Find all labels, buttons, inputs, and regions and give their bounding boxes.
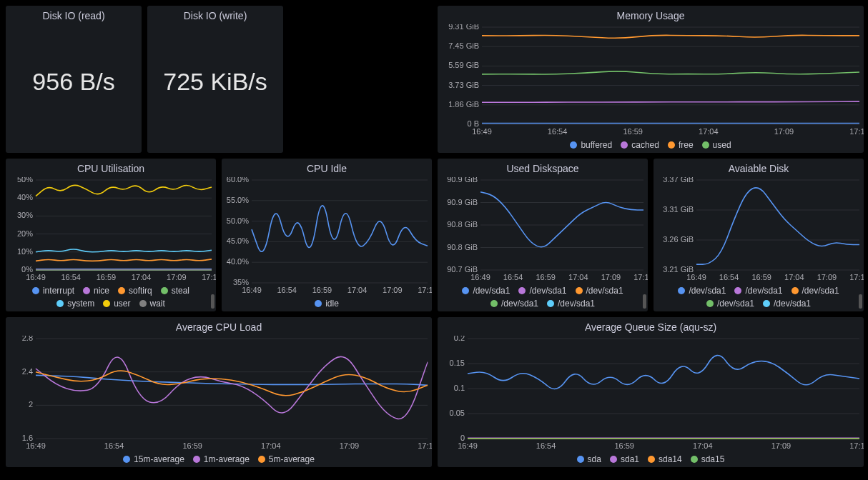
legend-dot-icon	[648, 456, 655, 463]
legend-item[interactable]: 1m-average	[193, 454, 250, 464]
legend-item[interactable]: sda	[577, 454, 601, 464]
y-tick-label: 3.31 GiB	[663, 205, 694, 214]
legend-item[interactable]: buffered	[570, 140, 612, 150]
chart-area[interactable]: 00.050.10.150.216:4916:5416:5917:0417:09…	[438, 336, 864, 451]
legend[interactable]: /dev/sda1/dev/sda1/dev/sda1/dev/sda1/dev…	[438, 283, 648, 311]
x-tick-label: 17:04	[784, 273, 804, 281]
legend-label: /dev/sda1	[529, 286, 566, 296]
legend-dot-icon	[706, 300, 714, 307]
panel-available-disk[interactable]: Avaiable Disk 3.21 GiB3.26 GiB3.31 GiB3.…	[654, 159, 864, 311]
legend-label: steal	[172, 286, 189, 296]
legend-label: /dev/sda1	[802, 286, 839, 296]
legend-dot-icon	[118, 287, 125, 294]
chart-area[interactable]: 3.21 GiB3.26 GiB3.31 GiB3.37 GiB16:4916:…	[654, 177, 864, 283]
series-line[interactable]	[36, 356, 428, 419]
x-tick-label: 17:09	[167, 273, 187, 281]
legend-item[interactable]: 5m-average	[258, 454, 315, 464]
chart-area[interactable]: 0%10%20%30%40%50%16:4916:5416:5917:0417:…	[6, 177, 216, 283]
stat-row: Disk IO (read) 956 B/s Disk IO (write) 7…	[6, 6, 432, 153]
x-tick-label: 16:54	[104, 441, 124, 450]
series-line[interactable]	[36, 249, 212, 252]
series-line[interactable]	[480, 192, 643, 247]
legend-item[interactable]: free	[668, 140, 694, 150]
series-line[interactable]	[36, 185, 212, 196]
legend-item[interactable]: /dev/sda1	[678, 286, 726, 296]
legend-item[interactable]: softirq	[118, 286, 152, 296]
legend-item[interactable]: nice	[83, 286, 109, 296]
x-tick-label: 16:54	[277, 286, 297, 294]
legend-item[interactable]: /dev/sda1	[706, 299, 754, 309]
chart-area[interactable]: 0 B1.86 GiB3.73 GiB5.59 GiB7.45 GiB9.31 …	[438, 24, 864, 137]
legend-item[interactable]: system	[56, 299, 94, 309]
legend-dot-icon	[763, 300, 770, 307]
x-tick-label: 17:14	[418, 286, 432, 294]
legend-item[interactable]: steal	[161, 286, 189, 296]
y-tick-label: 3.73 GiB	[448, 81, 479, 89]
legend-item[interactable]: /dev/sda1	[462, 286, 510, 296]
series-line[interactable]	[468, 356, 859, 389]
legend-item[interactable]: cached	[621, 140, 659, 150]
y-tick-label: 90.9 GiB	[447, 198, 478, 206]
legend-item[interactable]: /dev/sda1	[734, 286, 782, 296]
legend-label: sda1	[621, 454, 639, 464]
legend[interactable]: interruptnicesoftirqstealsystemuserwait	[6, 283, 216, 311]
legend-item[interactable]: /dev/sda1	[576, 286, 623, 296]
legend-item[interactable]: interrupt	[32, 286, 74, 296]
legend-item[interactable]: sda1	[610, 454, 639, 464]
panel-title: CPU Utilisation	[6, 159, 216, 177]
scrollbar-icon[interactable]	[859, 294, 862, 309]
panel-avg-cpu-load[interactable]: Average CPU Load 1.622.42.816:4916:5416:…	[6, 317, 432, 467]
panel-title: Average Queue Size (aqu-sz)	[438, 317, 864, 336]
x-tick-label: 16:59	[614, 441, 634, 450]
legend-item[interactable]: /dev/sda1	[490, 299, 538, 309]
x-tick-label: 16:54	[503, 273, 523, 281]
legend[interactable]: 15m-average1m-average5m-average	[6, 451, 432, 467]
scrollbar-icon[interactable]	[643, 294, 646, 309]
panel-memory-usage[interactable]: Memory Usage 0 B1.86 GiB3.73 GiB5.59 GiB…	[438, 6, 864, 153]
panel-disk-io-write[interactable]: Disk IO (write) 725 KiB/s	[147, 6, 283, 153]
legend-item[interactable]: 15m-average	[123, 454, 184, 464]
legend-label: free	[679, 140, 694, 150]
legend-item[interactable]: idle	[315, 299, 339, 309]
panel-used-diskspace[interactable]: Used Diskspace 90.7 GiB90.8 GiB90.8 GiB9…	[438, 159, 648, 311]
legend[interactable]: /dev/sda1/dev/sda1/dev/sda1/dev/sda1/dev…	[654, 283, 864, 311]
panel-cpu-idle[interactable]: CPU Idle 35%40.0%45.0%50.0%55.0%60.0%16:…	[222, 159, 432, 311]
legend-dot-icon	[56, 300, 64, 307]
series-line[interactable]	[482, 35, 859, 38]
legend-label: idle	[325, 299, 339, 309]
panel-cpu-utilisation[interactable]: CPU Utilisation 0%10%20%30%40%50%16:4916…	[6, 159, 216, 311]
legend-label: sda15	[701, 454, 725, 464]
legend[interactable]: sdasda1sda14sda15	[438, 451, 864, 467]
legend-item[interactable]: /dev/sda1	[518, 286, 566, 296]
series-line[interactable]	[696, 188, 859, 264]
legend[interactable]: idle	[222, 296, 432, 311]
legend-dot-icon	[668, 141, 675, 149]
legend-item[interactable]: sda15	[691, 454, 725, 464]
legend-item[interactable]: used	[702, 140, 731, 150]
scrollbar-icon[interactable]	[211, 294, 214, 309]
legend-item[interactable]: wait	[139, 299, 165, 309]
y-tick-label: 0.1	[454, 384, 465, 392]
legend-dot-icon	[258, 456, 265, 463]
legend-item[interactable]: /dev/sda1	[547, 299, 595, 309]
legend-label: /dev/sda1	[473, 286, 510, 296]
series-line[interactable]	[252, 206, 428, 251]
series-line[interactable]	[482, 101, 859, 102]
y-tick-label: 90.8 GiB	[447, 243, 478, 251]
chart-area[interactable]: 90.7 GiB90.8 GiB90.8 GiB90.9 GiB90.9 GiB…	[438, 177, 648, 283]
panel-disk-io-read[interactable]: Disk IO (read) 956 B/s	[6, 6, 142, 153]
series-line[interactable]	[36, 259, 212, 261]
legend-item[interactable]: /dev/sda1	[763, 299, 811, 309]
chart-area[interactable]: 35%40.0%45.0%50.0%55.0%60.0%16:4916:5416…	[222, 177, 432, 296]
panel-avg-queue-size[interactable]: Average Queue Size (aqu-sz) 00.050.10.15…	[438, 317, 864, 467]
series-line[interactable]	[482, 71, 859, 74]
legend[interactable]: bufferedcachedfreeused	[438, 137, 864, 153]
legend-item[interactable]: sda14	[648, 454, 682, 464]
y-tick-label: 40.0%	[227, 257, 249, 266]
legend-item[interactable]: user	[103, 299, 130, 309]
chart-area[interactable]: 1.622.42.816:4916:5416:5917:0417:0917:14	[6, 336, 432, 451]
legend-item[interactable]: /dev/sda1	[791, 286, 839, 296]
y-tick-label: 20%	[17, 229, 33, 238]
y-tick-label: 5.59 GiB	[448, 61, 479, 69]
x-tick-label: 16:59	[312, 286, 332, 294]
